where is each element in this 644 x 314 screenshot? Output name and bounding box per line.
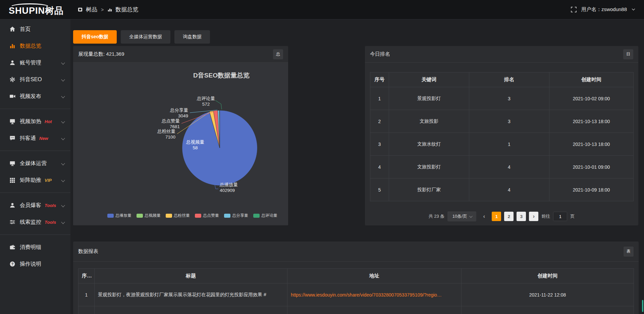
report-table: 序号标题地址创建时间1景观投影灯，夜游景观投影灯厂家展示展示落花灯在花园里的灯光… bbox=[78, 268, 634, 314]
column-header: 关键词 bbox=[389, 72, 469, 87]
data-tabs: 抖音seo数据 全媒体运营数据 询盘数据 bbox=[73, 30, 210, 44]
sidebar-item-wallet[interactable]: 消费明细 bbox=[0, 239, 70, 256]
legend-item[interactable]: 总点赞量 bbox=[195, 213, 219, 218]
chart-title: D音SEO数据量总览 bbox=[193, 72, 250, 79]
sidebar-item-help[interactable]: ?操作说明 bbox=[0, 256, 70, 272]
logo-arc-icon bbox=[10, 3, 50, 11]
page-button-3[interactable]: 3 bbox=[517, 212, 526, 221]
sidebar-divider bbox=[0, 109, 70, 109]
legend-label: 总评论量 bbox=[261, 213, 277, 218]
chevron-down-icon bbox=[61, 136, 65, 140]
goto-page-input[interactable] bbox=[553, 212, 567, 221]
sidebar-item-member[interactable]: 会员爆客Tools bbox=[0, 197, 70, 214]
sidebar-item-chart[interactable]: 数据总览 bbox=[0, 38, 70, 54]
table-cell: 4 bbox=[370, 156, 389, 178]
day-view-button[interactable]: 日 bbox=[623, 49, 633, 59]
sidebar-item-chat[interactable]: 抖客通New bbox=[0, 130, 70, 147]
legend-item[interactable]: 总粉丝量 bbox=[166, 213, 190, 218]
chevron-down-icon bbox=[61, 94, 65, 98]
sidebar-item-sliders[interactable]: 线索监控Tools bbox=[0, 214, 70, 230]
table-header-row: 序号关键词排名创建时间 bbox=[370, 72, 634, 87]
sidebar-item-grid[interactable]: 矩阵助推VIP bbox=[0, 172, 70, 189]
sidebar-item-video[interactable]: 视频发布 bbox=[0, 88, 70, 105]
table-cell: 1 bbox=[469, 133, 549, 156]
report-panel: 数据报表 表 序号标题地址创建时间1景观投影灯，夜游景观投影灯厂家展示展示落花灯… bbox=[73, 242, 639, 314]
fullscreen-icon[interactable] bbox=[571, 7, 577, 12]
pie-label: 7100 bbox=[165, 135, 175, 140]
legend-item[interactable]: 总评论量 bbox=[253, 213, 277, 218]
sidebar-divider bbox=[0, 151, 70, 151]
pie-label: 总点赞量 bbox=[161, 118, 180, 123]
sidebar-item-label: 账号管理 bbox=[20, 59, 41, 66]
chart-icon bbox=[9, 43, 15, 49]
table-view-button[interactable]: 表 bbox=[624, 247, 634, 257]
prev-page-button[interactable]: ‹ bbox=[479, 212, 489, 221]
tab-inquiry-data[interactable]: 询盘数据 bbox=[174, 30, 210, 44]
breadcrumb-current: 数据总览 bbox=[115, 6, 138, 13]
sidebar-item-label: 视频发布 bbox=[20, 93, 41, 100]
table-row: 2文旅投影32021-10-13 18:00 bbox=[370, 110, 634, 133]
total-view-button[interactable]: 总 bbox=[273, 49, 283, 59]
legend-item[interactable]: 总分享量 bbox=[224, 213, 248, 218]
bar-chart-icon bbox=[107, 7, 112, 12]
legend-swatch bbox=[195, 214, 201, 218]
sidebar-item-monitor[interactable]: 全媒体运营 bbox=[0, 155, 70, 172]
sidebar-item-home[interactable]: 首页 bbox=[0, 21, 70, 38]
grid-icon bbox=[9, 177, 15, 183]
report-link[interactable]: https://www.iesdouyin.com/share/video/70… bbox=[291, 292, 442, 298]
page-button-1[interactable]: 1 bbox=[492, 212, 501, 221]
pie-label: 7681 bbox=[170, 124, 180, 129]
chevron-down-icon bbox=[61, 220, 65, 224]
username[interactable]: 用户名：zswodun88 bbox=[581, 6, 627, 13]
sidebar-item-label: 矩阵助推 bbox=[20, 177, 41, 184]
column-header: 序号 bbox=[370, 72, 389, 87]
sidebar-badge: VIP bbox=[45, 178, 52, 183]
legend-swatch bbox=[107, 214, 114, 218]
sidebar-item-label: 首页 bbox=[20, 26, 31, 33]
chevron-down-icon bbox=[61, 203, 65, 207]
tab-douyin-seo-data[interactable]: 抖音seo数据 bbox=[73, 30, 117, 44]
legend-label: 总粉丝量 bbox=[174, 213, 190, 218]
breadcrumb-separator: > bbox=[100, 7, 104, 12]
table-cell: 1 bbox=[370, 87, 389, 110]
scrollbar-thumb[interactable] bbox=[642, 300, 643, 312]
legend-item[interactable]: 总播放量 bbox=[107, 213, 131, 218]
home-icon bbox=[9, 26, 15, 32]
chevron-down-icon bbox=[61, 178, 65, 182]
pie-label: 总粉丝量 bbox=[157, 129, 175, 134]
page-size-select[interactable]: 10条/页 bbox=[447, 211, 476, 221]
chevron-down-icon bbox=[61, 61, 65, 64]
sidebar-item-user[interactable]: 账号管理 bbox=[0, 54, 70, 71]
pie-label: 572 bbox=[202, 102, 210, 107]
sidebar-item-label: 视频加热 bbox=[20, 118, 41, 125]
data-table: 序号关键词排名创建时间1景观投影灯32021-10-02 09:002文旅投影3… bbox=[370, 72, 634, 201]
page-button-2[interactable]: 2 bbox=[504, 212, 514, 221]
breadcrumb-root[interactable]: 树品 bbox=[86, 6, 97, 13]
table-cell: 1 bbox=[78, 283, 95, 306]
sidebar-badge: Tools bbox=[45, 203, 56, 208]
table-row: 5投影灯厂家42021-10-09 18:00 bbox=[370, 178, 634, 201]
sidebar-item-screen[interactable]: 视频加热Hot bbox=[0, 113, 70, 130]
pie-label: 总分享量 bbox=[170, 108, 188, 113]
screen-icon bbox=[9, 118, 15, 124]
pie-label: 402909 bbox=[220, 188, 235, 193]
sidebar-item-label: 会员爆客 bbox=[20, 202, 41, 209]
table-cell: 文旅水纹灯 bbox=[389, 133, 469, 156]
table-row: 4文旅投影灯42021-10-01 09:00 bbox=[370, 156, 634, 178]
sidebar-item-gear[interactable]: 抖音SEO bbox=[0, 71, 70, 88]
legend-item[interactable]: 总视频量 bbox=[137, 213, 161, 218]
top-header: SHUPIN树品 树品 > 数据总览 用户名：zswodun88 bbox=[0, 0, 644, 19]
table-cell: 文旅投影灯 bbox=[389, 156, 469, 178]
table-cell: 5 bbox=[370, 178, 389, 201]
table-cell: 3 bbox=[370, 133, 389, 156]
next-page-button[interactable]: › bbox=[529, 212, 538, 221]
legend-label: 总播放量 bbox=[115, 213, 131, 218]
tab-media-operation-data[interactable]: 全媒体运营数据 bbox=[121, 30, 170, 44]
chevron-down-icon bbox=[61, 77, 65, 81]
goto-label: 前往 bbox=[541, 213, 550, 219]
table-cell: 景观投影灯，夜游景观投影灯厂家展示展示落花灯在花园里的灯光投影应用效果 # bbox=[95, 283, 287, 306]
pie-label: 3049 bbox=[178, 113, 188, 118]
table-row: 1景观投影灯，夜游景观投影灯厂家展示展示落花灯在花园里的灯光投影应用效果 #ht… bbox=[78, 283, 634, 306]
chevron-down-icon[interactable] bbox=[632, 8, 635, 11]
table-cell bbox=[95, 306, 287, 314]
